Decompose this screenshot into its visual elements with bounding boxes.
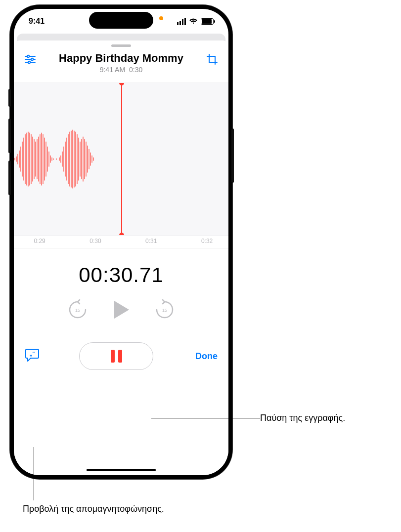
recording-title[interactable]: Happy Birthday Mommy	[38, 52, 205, 65]
callout-pause: Παύση της εγγραφής.	[260, 413, 345, 423]
phone-frame: 9:41 Happy Birthday Mommy 9:41 AM0:30	[10, 5, 232, 479]
wifi-icon	[189, 18, 198, 25]
status-time: 9:41	[29, 17, 45, 26]
playhead[interactable]	[121, 83, 122, 235]
crop-icon[interactable]	[205, 52, 220, 67]
status-bar: 9:41	[14, 9, 228, 34]
pause-icon	[111, 350, 122, 363]
transcript-button[interactable]: „"	[25, 348, 40, 364]
timeline-ruler[interactable]: 0:29 0:30 0:31 0:32	[14, 236, 228, 248]
transport-controls: 15 15	[14, 299, 228, 321]
time-mark: 0:30	[89, 238, 101, 245]
home-indicator[interactable]	[87, 469, 156, 471]
side-button	[8, 89, 11, 107]
status-right	[177, 18, 214, 25]
elapsed-time: 00:30.71	[14, 263, 228, 287]
settings-icon[interactable]	[23, 52, 38, 67]
skip-back-button[interactable]: 15	[68, 299, 88, 321]
skip-forward-button[interactable]: 15	[155, 299, 175, 321]
play-button[interactable]	[112, 300, 130, 320]
sheet-grabber[interactable]	[111, 44, 131, 47]
cellular-icon	[177, 18, 186, 25]
recording-duration: 0:30	[129, 66, 142, 74]
battery-icon	[201, 18, 214, 25]
pause-button[interactable]	[79, 342, 153, 370]
done-button[interactable]: Done	[193, 351, 218, 362]
waveform-area[interactable]	[14, 82, 228, 236]
volume-down-button	[8, 161, 11, 195]
time-mark: 0:31	[145, 238, 157, 245]
time-mark: 0:29	[34, 238, 45, 245]
callout-transcript: Προβολή της απομαγνητοφώνησης.	[23, 504, 164, 514]
recording-timestamp: 9:41 AM	[100, 66, 125, 74]
volume-up-button	[8, 119, 11, 153]
time-mark: 0:32	[201, 238, 213, 245]
svg-point-4	[31, 58, 33, 60]
dynamic-island	[89, 12, 153, 29]
callout-label: Παύση της εγγραφής.	[260, 413, 345, 423]
svg-point-3	[27, 55, 29, 57]
recording-subtitle: 9:41 AM0:30	[38, 66, 205, 74]
waveform-graphic	[14, 127, 123, 191]
recording-sheet: Happy Birthday Mommy 9:41 AM0:30	[14, 41, 228, 475]
svg-text:„": „"	[30, 351, 35, 357]
screen: 9:41 Happy Birthday Mommy 9:41 AM0:30	[14, 9, 228, 475]
svg-text:15: 15	[162, 308, 167, 313]
svg-text:15: 15	[75, 308, 80, 313]
svg-point-5	[28, 61, 30, 63]
callout-label: Προβολή της απομαγνητοφώνησης.	[23, 504, 164, 514]
power-button	[231, 128, 234, 183]
